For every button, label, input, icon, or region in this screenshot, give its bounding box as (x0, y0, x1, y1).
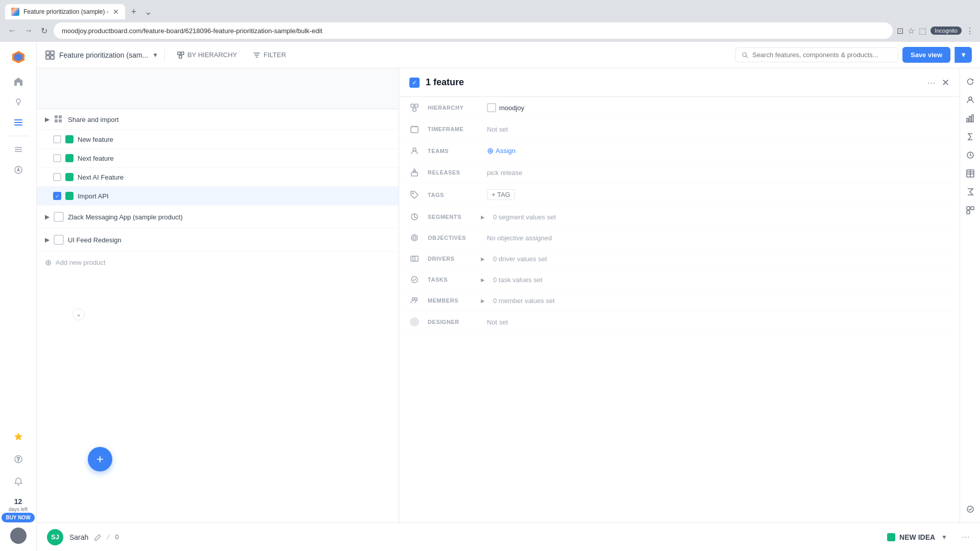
list-icon[interactable] (9, 113, 28, 132)
feature-row[interactable]: New feature (37, 130, 399, 149)
svg-rect-14 (51, 51, 54, 55)
svg-rect-4 (14, 122, 22, 123)
compass-icon[interactable] (9, 161, 28, 179)
drivers-value: 0 driver values set (493, 255, 949, 263)
hamburger-icon[interactable] (9, 140, 28, 159)
hierarchy-button[interactable]: BY HIERARCHY (171, 48, 243, 62)
cast-icon: ⊡ (897, 26, 903, 36)
feature-checkbox-3[interactable]: ✓ (53, 192, 61, 200)
svg-rect-28 (413, 108, 416, 111)
detail-row-tags[interactable]: TAGS + TAG (399, 183, 960, 207)
feature-row-3[interactable]: ✓ Import API (37, 187, 399, 206)
buy-now-button[interactable]: BUY NOW (2, 513, 34, 522)
toolbar-right: Save view ▼ (735, 47, 972, 63)
right-table-icon[interactable] (963, 166, 977, 181)
product-toggle-0[interactable]: ▶ (45, 213, 50, 220)
svg-rect-3 (14, 119, 22, 120)
right-check-icon[interactable] (963, 502, 977, 516)
back-button[interactable]: ← (6, 24, 18, 37)
svg-point-32 (413, 148, 416, 151)
forward-button[interactable]: → (22, 24, 35, 37)
group-toggle-icon[interactable]: ▶ (45, 116, 50, 123)
detail-row-timeframe[interactable]: TIMEFRAME Not set (399, 119, 960, 140)
svg-rect-27 (415, 104, 418, 107)
user-name: Sarah (69, 533, 88, 541)
feature-checkbox-1[interactable] (53, 154, 61, 162)
browser-tab[interactable]: Feature prioritization (sample) - ✕ (5, 4, 125, 19)
bulb-icon[interactable] (9, 93, 28, 111)
feature-color-dot-0 (65, 135, 74, 143)
detail-row-objectives[interactable]: OBJECTIVES No objective assigned (399, 228, 960, 248)
right-sigma-icon[interactable] (963, 130, 977, 144)
board-dropdown-arrow[interactable]: ▼ (152, 52, 158, 59)
bell-icon[interactable] (9, 472, 28, 491)
detail-selected-checkbox[interactable]: ✓ (409, 78, 420, 88)
refresh-button[interactable]: ↻ (39, 24, 50, 38)
members-value: 0 member values set (493, 297, 949, 305)
assign-button[interactable]: ⊕ Assign (487, 146, 516, 156)
right-clock-icon[interactable] (963, 148, 977, 162)
user-avatar-sidebar[interactable] (9, 527, 28, 545)
drivers-label-container: DRIVERS ▶ (428, 256, 485, 262)
add-product-icon: ⊕ (45, 258, 52, 267)
product-row-0[interactable]: ▶ Zlack Messaging App (sample product) (37, 206, 399, 229)
edit-slash-icon: ⁄ (108, 533, 109, 541)
detail-row-designer[interactable]: DESIGNER Not set (399, 311, 960, 333)
main-content: Feature prioritization (sam... ▼ BY HIER… (37, 42, 980, 551)
star-icon[interactable] (9, 428, 28, 446)
detail-row-teams[interactable]: TEAMS ⊕ Assign (399, 140, 960, 162)
new-idea-dropdown-arrow[interactable]: ▼ (941, 534, 947, 541)
svg-point-43 (415, 298, 418, 300)
add-product-row[interactable]: ⊕ Add new product (37, 252, 399, 273)
svg-point-36 (411, 235, 418, 241)
filter-button[interactable]: FILTER (247, 48, 292, 62)
address-input[interactable] (54, 22, 893, 39)
product-row-1[interactable]: ▶ UI Feed Redesign (37, 229, 399, 252)
svg-text:?: ? (17, 457, 20, 462)
right-refresh-icon[interactable] (963, 74, 977, 89)
tasks-icon (409, 276, 420, 284)
search-input[interactable] (752, 51, 892, 59)
bottom-dots-icon[interactable]: ⋯ (962, 532, 970, 542)
svg-rect-24 (55, 119, 58, 122)
detail-close-button[interactable]: ✕ (942, 77, 949, 88)
feature-row-2[interactable]: Next AI Feature (37, 168, 399, 187)
feature-checkbox-0[interactable] (53, 135, 61, 143)
detail-row-segments[interactable]: SEGMENTS ▶ 0 segment values set (399, 207, 960, 228)
search-box[interactable] (735, 47, 898, 62)
tasks-label-container: TASKS ▶ (428, 277, 485, 283)
svg-rect-18 (181, 52, 184, 55)
home-icon[interactable] (9, 72, 28, 91)
right-sigma2-icon[interactable] (963, 185, 977, 199)
tab-minimize-icon: ⌄ (144, 6, 152, 17)
right-chart2-icon[interactable] (963, 203, 977, 217)
group-name: Share and import (68, 116, 119, 123)
add-tag-button[interactable]: + TAG (487, 189, 515, 200)
save-view-dropdown-button[interactable]: ▼ (954, 47, 972, 63)
feature-checkbox-2[interactable] (53, 173, 61, 181)
group-header[interactable]: ▶ Share and import (37, 109, 399, 130)
sidebar-toggle-icon: ⬚ (919, 26, 926, 36)
right-user-icon[interactable] (963, 93, 977, 107)
save-view-button[interactable]: Save view (902, 47, 950, 63)
detail-row-drivers[interactable]: DRIVERS ▶ 0 driver values set (399, 248, 960, 269)
user-avatar[interactable]: SJ (47, 529, 63, 545)
toolbar-left: Feature prioritization (sam... ▼ BY HIER… (45, 48, 292, 62)
detail-row-hierarchy[interactable]: HIERARCHY moodjoy (399, 97, 960, 119)
detail-row-releases[interactable]: RELEASES pick release (399, 162, 960, 183)
detail-row-tasks[interactable]: TASKS ▶ 0 task values set (399, 269, 960, 290)
detail-row-members[interactable]: MEMBERS ▶ 0 member values set (399, 290, 960, 311)
add-fab-button[interactable]: + (88, 447, 112, 471)
svg-rect-55 (967, 211, 970, 214)
feature-row-1[interactable]: Next feature (37, 149, 399, 168)
bottom-bar: SJ Sarah ⁄ 0 NEW IDEA ▼ ⋯ (37, 522, 980, 551)
scroll-indicator[interactable]: ⌄ (72, 308, 85, 320)
question-icon[interactable]: ? (9, 450, 28, 468)
product-toggle-1[interactable]: ▶ (45, 236, 50, 243)
detail-menu-icon[interactable]: ··· (927, 77, 936, 88)
app-logo[interactable] (9, 48, 28, 66)
new-tab-button[interactable]: + (127, 7, 141, 17)
tab-close-button[interactable]: ✕ (113, 8, 119, 16)
right-chart-icon[interactable] (963, 111, 977, 126)
add-product-label: Add new product (56, 259, 106, 266)
